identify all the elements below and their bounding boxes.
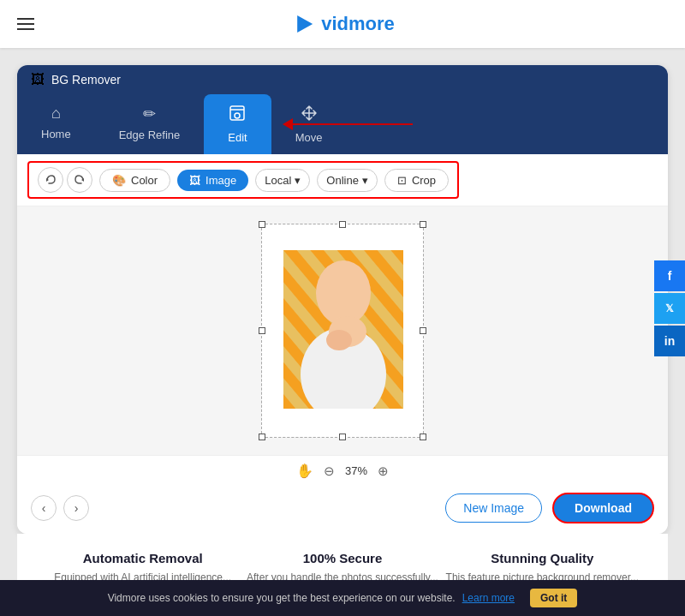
tab-annotation bbox=[283, 118, 413, 130]
crop-icon: ⊡ bbox=[397, 174, 407, 187]
hand-tool-icon[interactable]: ✋ bbox=[296, 463, 313, 479]
nav-arrows: ‹ › bbox=[31, 495, 89, 521]
logo-icon bbox=[290, 10, 318, 38]
tab-home[interactable]: ⌂ Home bbox=[17, 94, 95, 154]
image-btn-icon: 🖼 bbox=[189, 174, 200, 187]
online-dropdown-icon: ▾ bbox=[362, 174, 368, 187]
local-dropdown-icon: ▾ bbox=[295, 174, 301, 187]
app-header: 🖼 BG Remover bbox=[17, 65, 668, 94]
handle-top-left[interactable] bbox=[259, 221, 265, 228]
twitter-button[interactable]: 𝕏 bbox=[654, 293, 685, 324]
person-svg bbox=[283, 250, 403, 409]
online-label: Online bbox=[326, 174, 359, 187]
cookie-banner: Vidmore uses cookies to ensure you get t… bbox=[0, 580, 685, 616]
home-icon: ⌂ bbox=[51, 105, 61, 123]
facebook-icon: f bbox=[668, 269, 672, 283]
image-container[interactable] bbox=[261, 224, 424, 438]
cookie-text: Vidmore uses cookies to ensure you get t… bbox=[108, 592, 456, 604]
new-image-label: New Image bbox=[463, 501, 524, 515]
facebook-button[interactable]: f bbox=[654, 260, 685, 291]
bottom-action-row: ‹ › New Image Download bbox=[17, 486, 668, 534]
next-button[interactable]: › bbox=[63, 495, 89, 521]
logo: vidmore bbox=[290, 10, 395, 38]
twitter-icon: 𝕏 bbox=[665, 302, 674, 314]
arrow-head bbox=[283, 118, 293, 130]
linkedin-icon: in bbox=[664, 334, 675, 348]
app-card: 🖼 BG Remover ⌂ Home ✏ Edge Refine bbox=[17, 65, 668, 534]
color-button[interactable]: 🎨 Color bbox=[99, 169, 170, 192]
learn-more-link[interactable]: Learn more bbox=[462, 592, 515, 604]
svg-point-9 bbox=[316, 260, 371, 326]
handle-middle-right[interactable] bbox=[420, 327, 426, 334]
online-button[interactable]: Online ▾ bbox=[317, 169, 378, 192]
zoom-out-icon[interactable]: ⊖ bbox=[324, 463, 335, 479]
download-button[interactable]: Download bbox=[552, 493, 654, 523]
redo-button[interactable] bbox=[67, 167, 92, 193]
zoom-in-icon[interactable]: ⊕ bbox=[378, 463, 389, 479]
next-icon: › bbox=[74, 501, 79, 515]
edit-icon bbox=[229, 105, 246, 126]
top-navigation: vidmore bbox=[0, 0, 685, 48]
local-button[interactable]: Local ▾ bbox=[255, 169, 310, 192]
person-image bbox=[283, 250, 403, 409]
download-label: Download bbox=[575, 501, 632, 515]
handle-bottom-left[interactable] bbox=[259, 434, 265, 440]
svg-point-12 bbox=[326, 330, 352, 350]
image-label: Image bbox=[206, 174, 236, 187]
got-it-button[interactable]: Got it bbox=[530, 589, 577, 607]
logo-suffix: more bbox=[348, 13, 395, 34]
social-sidebar: f 𝕏 in bbox=[654, 260, 685, 356]
app-header-icon: 🖼 bbox=[31, 72, 45, 87]
prev-button[interactable]: ‹ bbox=[31, 495, 57, 521]
tab-edge-refine-label: Edge Refine bbox=[119, 129, 181, 141]
toolbar-outline: 🎨 Color 🖼 Image Local ▾ Online ▾ bbox=[27, 161, 459, 199]
crop-label: Crop bbox=[412, 174, 436, 187]
handle-bottom-right[interactable] bbox=[420, 434, 426, 440]
logo-prefix: vid bbox=[321, 13, 348, 34]
tab-edge-refine[interactable]: ✏ Edge Refine bbox=[95, 94, 205, 154]
zoom-level: 37% bbox=[345, 464, 367, 477]
toolbar-container: 🎨 Color 🖼 Image Local ▾ Online ▾ bbox=[17, 154, 668, 206]
color-label: Color bbox=[131, 174, 158, 187]
canvas-area[interactable] bbox=[17, 206, 668, 455]
feature-quality-title: Stunning Quality bbox=[443, 551, 642, 565]
color-palette-icon: 🎨 bbox=[112, 174, 126, 187]
tab-edit-label: Edit bbox=[228, 131, 247, 144]
handle-top-middle[interactable] bbox=[339, 221, 346, 228]
main-content: 🖼 BG Remover ⌂ Home ✏ Edge Refine bbox=[0, 48, 685, 611]
feature-secure-title: 100% Secure bbox=[242, 551, 442, 565]
edge-refine-icon: ✏ bbox=[143, 105, 156, 123]
undo-icon bbox=[45, 174, 57, 186]
local-label: Local bbox=[265, 174, 291, 187]
tab-home-label: Home bbox=[41, 128, 71, 141]
svg-point-3 bbox=[235, 113, 240, 118]
tab-edit[interactable]: Edit bbox=[204, 94, 271, 154]
linkedin-button[interactable]: in bbox=[654, 326, 685, 356]
undo-button[interactable] bbox=[38, 167, 63, 193]
app-title: BG Remover bbox=[51, 73, 121, 87]
undo-redo-group bbox=[38, 167, 92, 193]
tab-bar: ⌂ Home ✏ Edge Refine Edit bbox=[17, 94, 668, 154]
handle-middle-left[interactable] bbox=[259, 327, 265, 334]
crop-button[interactable]: ⊡ Crop bbox=[384, 169, 449, 192]
arrow-line bbox=[293, 123, 413, 125]
handle-bottom-middle[interactable] bbox=[339, 434, 346, 440]
prev-icon: ‹ bbox=[42, 501, 46, 515]
image-button[interactable]: 🖼 Image bbox=[177, 170, 248, 191]
zoom-controls: ✋ ⊖ 37% ⊕ bbox=[17, 455, 668, 486]
new-image-button[interactable]: New Image bbox=[445, 493, 542, 523]
menu-button[interactable] bbox=[17, 18, 34, 30]
feature-automatic-title: Automatic Removal bbox=[43, 551, 242, 565]
logo-text: vidmore bbox=[321, 13, 395, 35]
redo-icon bbox=[74, 174, 86, 186]
tab-move-label: Move bbox=[295, 131, 323, 144]
main-actions: New Image Download bbox=[445, 493, 654, 523]
svg-marker-0 bbox=[297, 15, 313, 33]
handle-top-right[interactable] bbox=[420, 221, 426, 228]
